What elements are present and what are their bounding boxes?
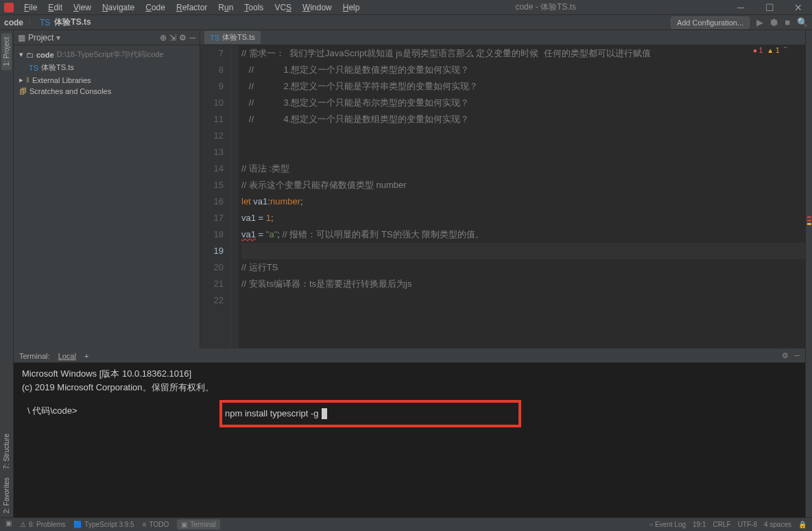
status-spaces[interactable]: 4 spaces xyxy=(764,521,791,528)
status-problems[interactable]: ⚠ 6: Problems xyxy=(20,519,65,530)
tree-external-libraries[interactable]: ▸ ⫴ External Libraries xyxy=(14,74,200,86)
code-area[interactable]: 78910111213141516171819202122 // 需求一： 我们… xyxy=(200,45,805,349)
project-path: D:\18-TypeScript学习\代码\code xyxy=(57,49,164,60)
breadcrumb[interactable]: code 〉 TS 体验TS.ts xyxy=(4,16,91,28)
code-content[interactable]: // 需求一： 我们学过JavaScript就知道 js是弱类型语言那么 定义变… xyxy=(239,45,805,349)
status-encoding[interactable]: UTF-8 xyxy=(738,521,757,528)
menu-bar: File Edit View Navigate Code Refactor Ru… xyxy=(0,0,812,15)
tree-root[interactable]: ▾ 🗀 code D:\18-TypeScript学习\代码\code xyxy=(14,48,200,61)
menu-tools[interactable]: Tools xyxy=(239,1,268,14)
terminal-line: Microsoft Windows [版本 10.0.18362.1016] xyxy=(22,367,797,381)
terminal-header-title: Terminal: xyxy=(19,352,50,360)
status-event-log[interactable]: ○ Event Log xyxy=(649,521,686,528)
menu-run[interactable]: Run xyxy=(213,1,238,14)
status-terminal[interactable]: ▣ Terminal xyxy=(177,519,220,530)
tool-tab-favorites[interactable]: 2: Favorites xyxy=(1,473,12,517)
project-name: code xyxy=(36,51,54,59)
menu-edit[interactable]: Edit xyxy=(43,1,67,14)
gutter: 78910111213141516171819202122 xyxy=(200,45,230,349)
add-configuration-button[interactable]: Add Configuration... xyxy=(671,16,750,29)
debug-icon[interactable]: ⬢ xyxy=(770,17,778,27)
sidebar-title-icon: ▦ xyxy=(18,33,25,43)
breadcrumb-root[interactable]: code xyxy=(4,18,23,27)
tool-tab-project[interactable]: 1: Project xyxy=(1,33,12,70)
chevron-down-icon: ▾ xyxy=(19,50,23,59)
menu-vcs[interactable]: VCS xyxy=(270,1,296,14)
warning-badge: ▲ 1 xyxy=(767,47,779,54)
status-todo[interactable]: ≡ TODO xyxy=(143,519,169,530)
chevron-right-icon: ▸ xyxy=(19,75,23,84)
add-terminal-button[interactable]: + xyxy=(84,352,88,360)
status-bar: ▣ ⚠ 6: Problems 🟦 TypeScript 3.9.5 ≡ TOD… xyxy=(0,517,812,531)
inspection-badges[interactable]: ● 1 ▲ 1 ˆ ˇ xyxy=(753,47,786,54)
chevron-down-icon[interactable]: ▾ xyxy=(56,33,60,43)
right-gutter xyxy=(805,30,812,517)
collapse-icon[interactable]: ⇲ xyxy=(169,33,176,43)
nav-arrows-icon[interactable]: ˆ ˇ xyxy=(784,47,786,54)
hide-icon[interactable]: ─ xyxy=(794,351,800,360)
file-label: 体验TS.ts xyxy=(41,62,74,73)
terminal-command: npm install typescript -g xyxy=(225,407,319,421)
terminal-line: (c) 2019 Microsoft Corporation。保留所有权利。 xyxy=(22,381,797,394)
scratch-icon: 🗐 xyxy=(19,87,27,95)
status-crlf[interactable]: CRLF xyxy=(713,521,731,528)
terminal-cursor xyxy=(322,408,327,419)
file-icon: TS xyxy=(40,18,50,27)
minimize-button[interactable]: ─ xyxy=(727,2,754,13)
chevron-right-icon: 〉 xyxy=(27,16,36,28)
warn-marker[interactable] xyxy=(807,223,811,225)
tree-file[interactable]: TS 体验TS.ts xyxy=(14,61,200,74)
error-marker[interactable] xyxy=(807,216,811,218)
status-corner-icon[interactable]: ▣ xyxy=(5,519,12,530)
hide-icon[interactable]: ─ xyxy=(189,33,195,43)
editor-tab-label: 体验TS.ts xyxy=(222,32,255,43)
tree-scratches[interactable]: 🗐 Scratches and Consoles xyxy=(14,86,200,97)
status-typescript[interactable]: 🟦 TypeScript 3.9.5 xyxy=(73,519,134,530)
window-title: code - 体验TS.ts xyxy=(366,1,726,13)
run-icon[interactable]: ▶ xyxy=(756,17,763,27)
close-button[interactable]: ✕ xyxy=(785,2,812,13)
terminal-panel: Terminal: Local + ⚙ ─ Microsoft Windows … xyxy=(14,349,805,517)
status-lock-icon[interactable]: 🔒 xyxy=(798,521,807,528)
breadcrumb-file[interactable]: 体验TS.ts xyxy=(54,16,91,28)
editor-tab[interactable]: TS 体验TS.ts xyxy=(204,31,261,44)
locate-icon[interactable]: ⊕ xyxy=(160,33,167,43)
maximize-button[interactable]: ☐ xyxy=(756,2,783,13)
ts-file-icon: TS xyxy=(29,64,38,72)
external-label: External Libraries xyxy=(32,76,91,84)
folder-icon: 🗀 xyxy=(26,51,34,59)
terminal-tab-local[interactable]: Local xyxy=(58,352,76,360)
terminal-prompt: \ 代码\code> xyxy=(27,404,77,418)
editor-tabs: TS 体验TS.ts xyxy=(200,30,805,45)
status-position[interactable]: 19:1 xyxy=(693,521,706,528)
menu-refactor[interactable]: Refactor xyxy=(171,1,212,14)
navigation-bar: code 〉 TS 体验TS.ts Add Configuration... ▶… xyxy=(0,15,812,30)
error-badge: ● 1 xyxy=(753,47,763,54)
menu-view[interactable]: View xyxy=(69,1,96,14)
menu-file[interactable]: File xyxy=(19,1,42,14)
error-marker[interactable] xyxy=(807,220,811,222)
menu-code[interactable]: Code xyxy=(141,1,170,14)
scratches-label: Scratches and Consoles xyxy=(29,87,111,95)
sidebar-title: Project xyxy=(28,33,53,43)
menu-help[interactable]: Help xyxy=(338,1,365,14)
search-icon[interactable]: 🔍 xyxy=(797,17,808,27)
stop-icon[interactable]: ■ xyxy=(785,17,790,27)
editor: TS 体验TS.ts 78910111213141516171819202122… xyxy=(200,30,805,349)
terminal-command-highlight: npm install typescript -g xyxy=(219,400,521,427)
terminal-body[interactable]: Microsoft Windows [版本 10.0.18362.1016] (… xyxy=(14,363,805,517)
library-icon: ⫴ xyxy=(26,75,29,84)
gear-icon[interactable]: ⚙ xyxy=(179,33,187,43)
menu-navigate[interactable]: Navigate xyxy=(97,1,139,14)
app-logo-icon xyxy=(4,3,14,12)
ts-file-icon: TS xyxy=(210,34,219,42)
left-tool-strip: 1: Project 7: Structure 2: Favorites xyxy=(0,30,14,517)
project-sidebar: ▦ Project ▾ ⊕ ⇲ ⚙ ─ ▾ 🗀 code xyxy=(14,30,200,349)
gear-icon[interactable]: ⚙ xyxy=(782,351,789,360)
tool-tab-structure[interactable]: 7: Structure xyxy=(1,429,12,473)
menu-window[interactable]: Window xyxy=(298,1,337,14)
